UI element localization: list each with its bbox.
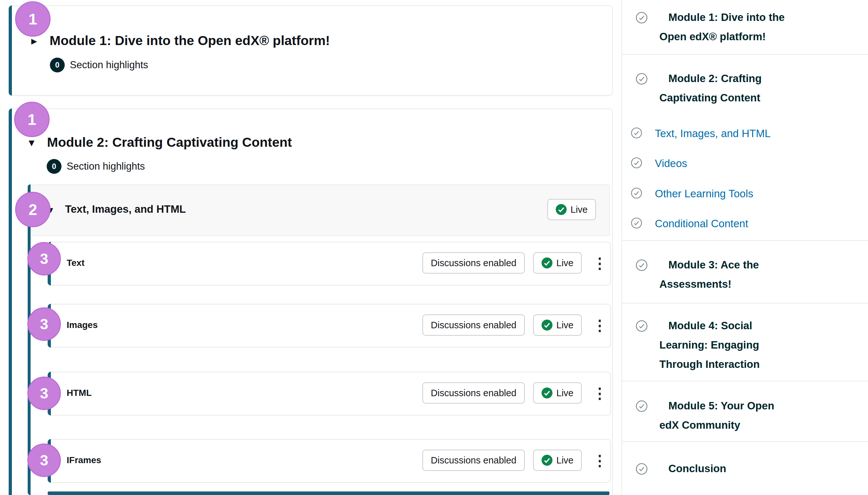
discussions-enabled-badge: Discussions enabled — [422, 252, 525, 274]
kebab-menu-icon[interactable]: ⋮ — [591, 386, 609, 401]
divider — [622, 441, 868, 442]
section-highlights-button[interactable]: 0 Section highlights — [50, 57, 148, 72]
subsection-title[interactable]: Text, Images, and HTML — [65, 203, 186, 215]
subsection-header: ▾ Text, Images, and HTML Live ⋮ — [28, 184, 610, 236]
live-check-icon — [556, 204, 567, 215]
sidebar-item-module-5[interactable]: Module 5: Your Open edX Community — [615, 396, 868, 435]
sidebar-item-conclusion[interactable]: Conclusion — [615, 459, 868, 478]
live-check-icon — [542, 320, 552, 330]
check-circle-icon — [635, 12, 648, 25]
unit-row: IFrames Discussions enabled Live ⋮ — [48, 439, 611, 483]
course-navigation-sidebar: Module 1: Dive into the Open edX® platfo… — [615, 0, 868, 495]
sidebar-item-label: Module 5: Your Open edX Community — [659, 396, 788, 435]
caret-right-icon[interactable]: ▸ — [31, 35, 37, 47]
live-label: Live — [556, 258, 574, 269]
section-accent-bar — [9, 108, 12, 495]
sidebar-item-label: Conclusion — [659, 459, 868, 478]
highlights-count-badge: 0 — [47, 159, 62, 174]
check-circle-icon — [631, 187, 642, 200]
divider — [622, 240, 868, 241]
unit-title[interactable]: Images — [67, 320, 98, 330]
check-circle-icon — [635, 400, 648, 413]
annotation-badge: 1 — [14, 102, 50, 137]
live-check-icon — [542, 388, 552, 398]
sidebar-link-other-learning-tools[interactable]: Other Learning Tools — [615, 184, 868, 203]
check-circle-icon — [635, 320, 648, 334]
sidebar-link-conditional-content[interactable]: Conditional Content — [615, 214, 868, 233]
highlights-label: Section highlights — [70, 59, 148, 71]
section-highlights-button[interactable]: 0 Section highlights — [47, 159, 145, 174]
live-label: Live — [556, 388, 574, 398]
annotation-badge: 3 — [27, 444, 61, 477]
sidebar-link-label: Conditional Content — [655, 214, 868, 233]
sidebar-link-label: Text, Images, and HTML — [655, 124, 868, 143]
section-card-module-1: ▸ Module 1: Dive into the Open edX® plat… — [9, 5, 613, 96]
unit-title[interactable]: IFrames — [67, 455, 101, 465]
kebab-menu-icon[interactable]: ⋮ — [591, 318, 609, 333]
annotation-badge: 3 — [27, 242, 61, 275]
sidebar-item-module-2[interactable]: Module 2: Crafting Captivating Content — [615, 69, 868, 107]
course-outline-page: ▸ Module 1: Dive into the Open edX® plat… — [0, 0, 868, 495]
divider — [622, 54, 868, 55]
sidebar-item-label: Module 1: Dive into the Open edX® platfo… — [659, 8, 811, 46]
live-status-badge: Live — [547, 199, 596, 220]
next-element-edge — [48, 492, 610, 495]
check-circle-icon — [631, 217, 642, 230]
sidebar-item-label: Module 4: Social Learning: Engaging Thro… — [659, 316, 795, 374]
sidebar-link-text-images-html[interactable]: Text, Images, and HTML — [615, 124, 868, 143]
live-status-badge: Live — [533, 382, 582, 404]
subsection-accent-bar — [28, 184, 31, 495]
live-label: Live — [556, 320, 574, 330]
live-status-badge: Live — [533, 252, 582, 274]
live-status-badge: Live — [533, 314, 582, 336]
sidebar-item-label: Module 2: Crafting Captivating Content — [659, 69, 795, 107]
caret-down-icon[interactable]: ▾ — [29, 137, 34, 148]
kebab-menu-icon[interactable]: ⋮ — [591, 453, 609, 468]
check-circle-icon — [631, 127, 642, 140]
unit-row: HTML Discussions enabled Live ⋮ — [48, 372, 611, 415]
divider — [622, 381, 868, 381]
section-title[interactable]: Module 2: Crafting Captivating Content — [47, 135, 292, 150]
live-label: Live — [556, 455, 574, 466]
section-title[interactable]: Module 1: Dive into the Open edX® platfo… — [50, 33, 330, 48]
sidebar-link-videos[interactable]: Videos — [615, 154, 868, 173]
discussions-enabled-badge: Discussions enabled — [422, 314, 525, 336]
section-accent-bar — [9, 5, 12, 96]
divider — [622, 303, 868, 304]
highlights-label: Section highlights — [67, 160, 145, 172]
sidebar-item-label: Module 3: Ace the Assessments! — [659, 255, 788, 294]
unit-title[interactable]: Text — [67, 258, 85, 268]
check-circle-icon — [635, 259, 648, 273]
sidebar-item-module-1[interactable]: Module 1: Dive into the Open edX® platfo… — [615, 8, 868, 46]
annotation-badge: 2 — [15, 192, 51, 227]
discussions-enabled-badge: Discussions enabled — [422, 450, 525, 471]
highlights-count-badge: 0 — [50, 57, 65, 72]
kebab-menu-icon[interactable]: ⋮ — [591, 256, 609, 271]
live-check-icon — [542, 455, 552, 466]
live-status-badge: Live — [533, 450, 582, 471]
live-label: Live — [571, 204, 588, 215]
check-circle-icon — [635, 73, 648, 86]
annotation-badge: 1 — [15, 1, 51, 37]
unit-row: Images Discussions enabled Live ⋮ — [48, 304, 611, 347]
annotation-badge: 3 — [27, 377, 61, 410]
live-check-icon — [542, 257, 552, 269]
sidebar-item-module-4[interactable]: Module 4: Social Learning: Engaging Thro… — [615, 316, 868, 374]
unit-title[interactable]: HTML — [67, 388, 92, 398]
sidebar-link-label: Videos — [655, 154, 868, 173]
check-circle-icon — [635, 463, 648, 476]
sidebar-link-label: Other Learning Tools — [655, 184, 868, 203]
annotation-badge: 3 — [27, 307, 61, 341]
check-circle-icon — [631, 157, 642, 170]
discussions-enabled-badge: Discussions enabled — [422, 382, 525, 404]
sidebar-item-module-3[interactable]: Module 3: Ace the Assessments! — [615, 255, 868, 294]
unit-row: Text Discussions enabled Live ⋮ — [48, 242, 611, 286]
